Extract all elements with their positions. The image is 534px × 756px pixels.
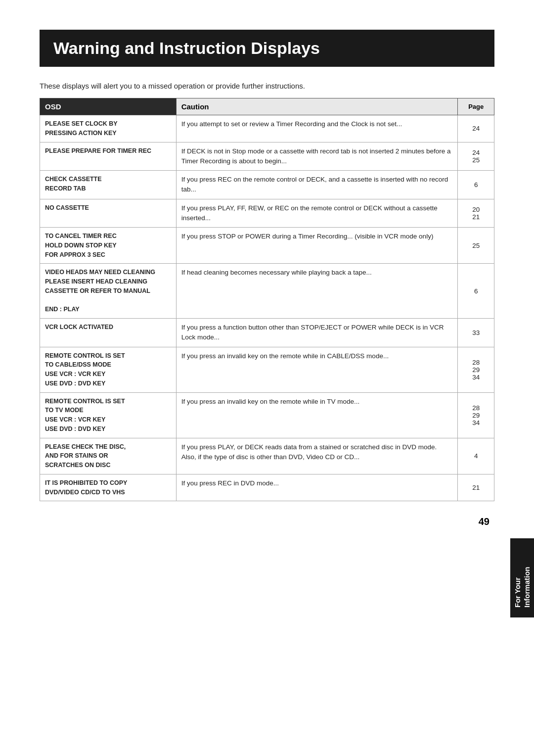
page-cell: 28 29 34	[458, 392, 494, 438]
col-header-osd: OSD	[40, 98, 177, 115]
table-row: REMOTE CONTROL IS SET TO TV MODE USE VCR…	[40, 392, 494, 438]
osd-cell: REMOTE CONTROL IS SET TO CABLE/DSS MODE …	[40, 347, 177, 392]
table-row: PLEASE PREPARE FOR TIMER RECIf DECK is n…	[40, 142, 494, 171]
osd-cell: REMOTE CONTROL IS SET TO TV MODE USE VCR…	[40, 392, 177, 438]
osd-cell: NO CASSETTE	[40, 199, 177, 228]
caution-cell: If you press PLAY, or DECK reads data fr…	[176, 438, 458, 474]
caution-cell: If you press an invalid key on the remot…	[176, 392, 458, 438]
page-cell: 33	[458, 319, 494, 347]
osd-cell: VCR LOCK ACTIVATED	[40, 319, 177, 347]
page-cell: 28 29 34	[458, 347, 494, 392]
caution-cell: If you press PLAY, FF, REW, or REC on th…	[176, 199, 458, 228]
caution-cell: If you press REC in DVD mode...	[176, 474, 458, 501]
table-row: REMOTE CONTROL IS SET TO CABLE/DSS MODE …	[40, 347, 494, 392]
osd-cell: PLEASE PREPARE FOR TIMER REC	[40, 142, 177, 171]
sidebar-label: For Your Information	[513, 548, 532, 608]
table-row: IT IS PROHIBITED TO COPY DVD/VIDEO CD/CD…	[40, 474, 494, 501]
table-row: PLEASE SET CLOCK BY PRESSING ACTION KEYI…	[40, 115, 494, 142]
page-cell: 6	[458, 264, 494, 319]
caution-cell: If you press REC on the remote control o…	[176, 171, 458, 199]
page-cell: 4	[458, 438, 494, 474]
table-row: PLEASE CHECK THE DISC, AND FOR STAINS OR…	[40, 438, 494, 474]
table-row: NO CASSETTEIf you press PLAY, FF, REW, o…	[40, 199, 494, 228]
caution-cell: If you attempt to set or review a Timer …	[176, 115, 458, 142]
osd-cell: VIDEO HEADS MAY NEED CLEANING PLEASE INS…	[40, 264, 177, 319]
caution-cell: If you press an invalid key on the remot…	[176, 347, 458, 392]
osd-cell: PLEASE SET CLOCK BY PRESSING ACTION KEY	[40, 115, 177, 142]
page-cell: 24 25	[458, 142, 494, 171]
table-row: VIDEO HEADS MAY NEED CLEANING PLEASE INS…	[40, 264, 494, 319]
table-row: CHECK CASSETTE RECORD TABIf you press RE…	[40, 171, 494, 199]
page-number: 49	[40, 516, 494, 527]
col-header-caution: Caution	[176, 98, 458, 115]
page-title: Warning and Instruction Displays	[53, 39, 481, 58]
caution-cell: If you press a function button other tha…	[176, 319, 458, 347]
osd-cell: CHECK CASSETTE RECORD TAB	[40, 171, 177, 199]
page-cell: 24	[458, 115, 494, 142]
page-cell: 6	[458, 171, 494, 199]
warning-table: OSD Caution Page PLEASE SET CLOCK BY PRE…	[40, 98, 494, 501]
col-header-page: Page	[458, 98, 494, 115]
page-cell: 20 21	[458, 199, 494, 228]
osd-cell: IT IS PROHIBITED TO COPY DVD/VIDEO CD/CD…	[40, 474, 177, 501]
caution-cell: If DECK is not in Stop mode or a cassett…	[176, 142, 458, 171]
sidebar-tab: For Your Information	[510, 538, 534, 617]
caution-cell: If you press STOP or POWER during a Time…	[176, 228, 458, 264]
table-row: VCR LOCK ACTIVATEDIf you press a functio…	[40, 319, 494, 347]
page-cell: 21	[458, 474, 494, 501]
table-row: TO CANCEL TIMER REC HOLD DOWN STOP KEY F…	[40, 228, 494, 264]
caution-cell: If head cleaning becomes necessary while…	[176, 264, 458, 319]
page-title-bar: Warning and Instruction Displays	[40, 30, 494, 67]
osd-cell: TO CANCEL TIMER REC HOLD DOWN STOP KEY F…	[40, 228, 177, 264]
osd-cell: PLEASE CHECK THE DISC, AND FOR STAINS OR…	[40, 438, 177, 474]
page-cell: 25	[458, 228, 494, 264]
intro-text: These displays will alert you to a misse…	[40, 82, 494, 90]
